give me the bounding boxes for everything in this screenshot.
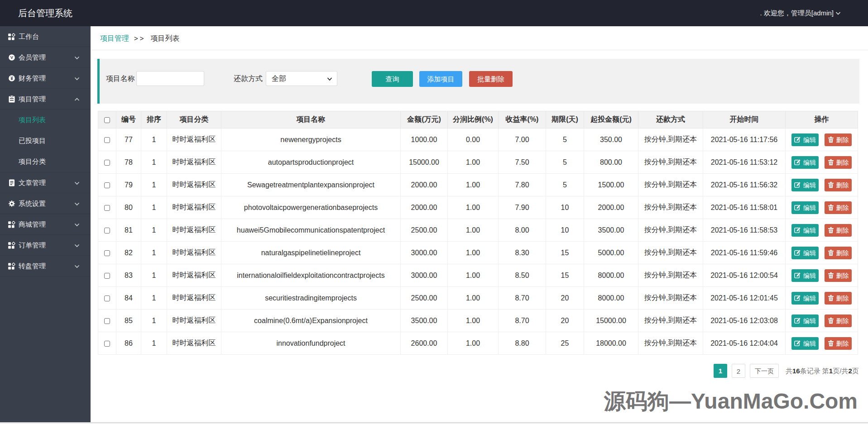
svg-text:V: V (10, 55, 14, 60)
svg-text:¥: ¥ (10, 76, 13, 81)
